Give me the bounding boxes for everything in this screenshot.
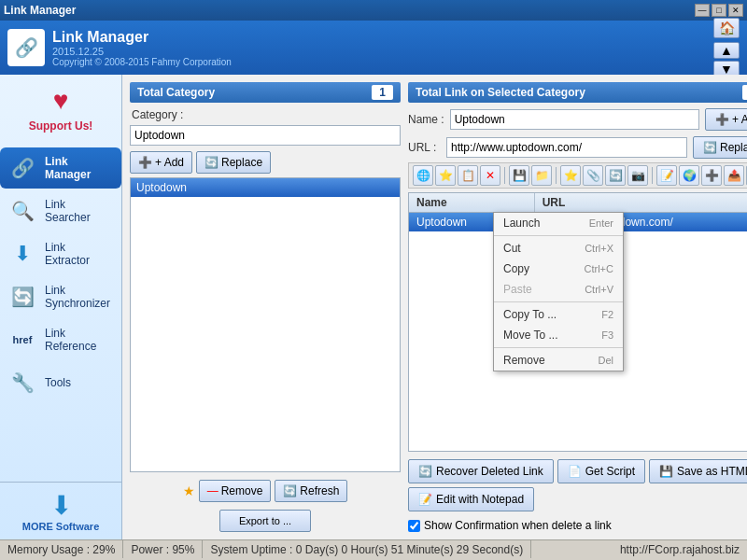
sidebar-label-link-manager: LinkManager xyxy=(45,155,91,181)
content-area: Total Category 1 Category : ➕ + Add 🔄 Re… xyxy=(122,75,747,539)
maximize-button[interactable]: □ xyxy=(712,4,726,17)
get-script-button[interactable]: 📄 Get Script xyxy=(557,459,645,483)
tb-copy-icon[interactable]: 📋 xyxy=(458,165,478,186)
sidebar-label-link-synchronizer: LinkSynchronizer xyxy=(45,284,110,310)
sidebar-item-link-searcher[interactable]: 🔍 LinkSearcher xyxy=(0,190,121,231)
main-area: ♥ Support Us! 🔗 LinkManager 🔍 LinkSearch… xyxy=(0,75,747,539)
script-icon: 📄 xyxy=(568,465,582,478)
col-name: Name xyxy=(409,193,535,212)
more-arrow-icon: ⬇ xyxy=(50,490,72,521)
recover-deleted-link-button[interactable]: 🔄 Recover Deleted Link xyxy=(408,459,554,483)
ctx-launch-label: Launch xyxy=(503,217,540,230)
ctx-copy-to-shortcut: F2 xyxy=(601,309,613,320)
category-list[interactable]: Uptodown xyxy=(130,177,401,472)
link-add-button[interactable]: ➕ + Add xyxy=(705,108,747,131)
ctx-sep3 xyxy=(494,347,623,348)
ctx-copy[interactable]: Copy Ctrl+C xyxy=(494,259,623,279)
ctx-paste-shortcut: Ctrl+V xyxy=(585,284,613,295)
link-url-input[interactable] xyxy=(446,137,687,158)
ctx-sep2 xyxy=(494,301,623,302)
tb-screenshot-icon[interactable]: 📷 xyxy=(627,165,648,186)
url-status: http://FCorp.rajahost.biz xyxy=(613,540,747,558)
ctx-cut-shortcut: Ctrl+X xyxy=(585,243,613,254)
sidebar-label-link-reference: LinkReference xyxy=(45,327,96,353)
ctx-move-to[interactable]: Move To ... F3 xyxy=(494,325,623,345)
close-button[interactable]: ✕ xyxy=(728,4,743,17)
category-list-item[interactable]: Uptodown xyxy=(131,178,400,197)
app-header: 🔗 Link Manager 2015.12.25 Copyright © 20… xyxy=(0,21,747,75)
confirm-delete-checkbox[interactable] xyxy=(408,520,420,532)
ctx-cut[interactable]: Cut Ctrl+X xyxy=(494,238,623,259)
ctx-remove-shortcut: Del xyxy=(598,355,613,366)
ctx-launch[interactable]: Launch Enter xyxy=(494,213,623,233)
name-label: Name : xyxy=(408,113,444,126)
category-refresh-button[interactable]: 🔄 Refresh xyxy=(275,480,347,502)
links-table[interactable]: Name URL Uptodown http://www.uptodown.co… xyxy=(408,192,747,452)
tb-refresh-icon[interactable]: 🔄 xyxy=(605,165,626,186)
url-label: URL : xyxy=(408,141,441,154)
notepad-icon: 📝 xyxy=(418,493,432,506)
category-label-row: Category : xyxy=(130,108,401,121)
category-replace-button[interactable]: 🔄 Replace xyxy=(196,151,271,174)
remove-icon: — xyxy=(207,484,218,497)
sidebar-item-link-extractor[interactable]: ⬇ LinkExtractor xyxy=(0,233,121,274)
tb-bookmark-icon[interactable]: ⭐ xyxy=(560,165,581,186)
category-header: Total Category 1 xyxy=(130,82,401,103)
tb-folder-icon[interactable]: 📁 xyxy=(531,165,552,186)
export-button[interactable]: Export to ... xyxy=(219,510,311,532)
ctx-remove-label: Remove xyxy=(503,354,545,367)
window-controls[interactable]: — □ ✕ xyxy=(695,4,743,17)
category-buttons: ➕ + Add 🔄 Replace xyxy=(130,151,401,174)
link-replace-button[interactable]: 🔄 Replace xyxy=(693,136,747,159)
tb-text-icon[interactable]: 📝 xyxy=(656,165,677,186)
recover-icon: 🔄 xyxy=(418,465,432,478)
app-copyright: Copyright © 2008-2015 Fahmy Corporation xyxy=(52,57,232,67)
link-name-input[interactable] xyxy=(450,109,699,130)
minimize-button[interactable]: — xyxy=(695,4,710,17)
ctx-paste: Paste Ctrl+V xyxy=(494,279,623,300)
sidebar-label-link-searcher: LinkSearcher xyxy=(45,198,91,224)
category-input[interactable] xyxy=(130,125,401,146)
tools-icon: 🔧 xyxy=(7,368,37,398)
header-right-icons[interactable]: 🏠 ▲ ▼ xyxy=(713,18,740,77)
app-name: Link Manager xyxy=(52,29,232,46)
more-software-area[interactable]: ⬇ MORE Software xyxy=(0,482,121,539)
ctx-move-to-shortcut: F3 xyxy=(601,329,613,341)
tb-export-icon[interactable]: 📤 xyxy=(724,165,744,186)
category-remove-button[interactable]: — Remove xyxy=(199,480,272,502)
export-row: Export to ... xyxy=(130,510,401,532)
ctx-copy-to[interactable]: Copy To ... F2 xyxy=(494,304,623,325)
category-header-label: Total Category xyxy=(137,86,215,99)
ctx-cut-label: Cut xyxy=(503,242,521,255)
tb-star-icon[interactable]: ⭐ xyxy=(435,165,456,186)
ctx-paste-label: Paste xyxy=(503,283,532,296)
confirm-row: Show Confirmation when delete a link xyxy=(408,519,747,532)
sidebar-item-link-synchronizer[interactable]: 🔄 LinkSynchronizer xyxy=(0,276,121,317)
statusbar: Memory Usage : 29% Power : 95% System Up… xyxy=(0,539,747,558)
ctx-copy-to-label: Copy To ... xyxy=(503,308,557,321)
support-label[interactable]: Support Us! xyxy=(29,119,93,133)
save-html-icon: 💾 xyxy=(659,465,673,478)
content-columns: Total Category 1 Category : ➕ + Add 🔄 Re… xyxy=(130,82,747,532)
tb-add-icon[interactable]: ➕ xyxy=(701,165,722,186)
up-icon[interactable]: ▲ xyxy=(713,42,740,59)
ctx-remove[interactable]: Remove Del xyxy=(494,350,623,371)
home-icon[interactable]: 🏠 xyxy=(713,18,740,38)
sidebar-item-link-manager[interactable]: 🔗 LinkManager xyxy=(0,147,121,189)
tb-save-icon[interactable]: 💾 xyxy=(509,165,529,186)
tb-clip-icon[interactable]: 📎 xyxy=(583,165,603,186)
save-as-html-button[interactable]: 💾 Save as HTML xyxy=(649,459,747,483)
links-panel: Total Link on Selected Category 1 Name :… xyxy=(408,82,747,532)
edit-with-notepad-button[interactable]: 📝 Edit with Notepad xyxy=(408,487,534,511)
tb-browse-icon[interactable]: 🌐 xyxy=(413,165,433,186)
tb-delete-icon[interactable]: ✕ xyxy=(480,165,500,186)
category-add-button[interactable]: ➕ + Add xyxy=(130,151,192,174)
ctx-copy-label: Copy xyxy=(503,262,529,275)
sidebar-item-link-reference[interactable]: href LinkReference xyxy=(0,319,121,360)
sidebar-item-tools[interactable]: 🔧 Tools xyxy=(0,362,121,403)
category-bottom-buttons: ★ — Remove 🔄 Refresh xyxy=(130,480,401,502)
links-header-label: Total Link on Selected Category xyxy=(416,86,585,99)
context-menu[interactable]: Launch Enter Cut Ctrl+X Copy Ctrl+C xyxy=(493,212,624,371)
tb-globe-icon[interactable]: 🌍 xyxy=(679,165,699,186)
category-count: 1 xyxy=(372,85,393,100)
